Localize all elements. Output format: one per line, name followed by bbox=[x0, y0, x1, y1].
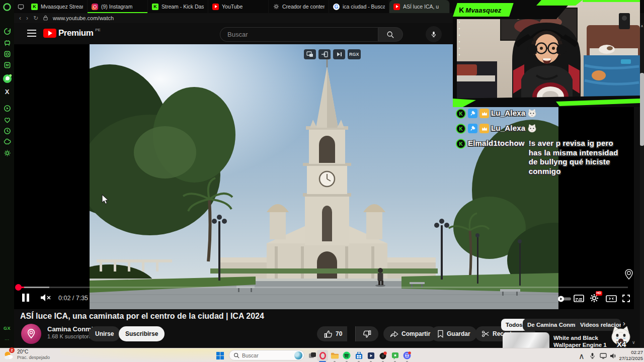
tray-volume-icon[interactable] bbox=[610, 352, 617, 361]
tray-microphone-icon[interactable] bbox=[590, 352, 595, 361]
tab-google-search[interactable]: G ica ciudad - Buscar con G bbox=[329, 0, 389, 13]
opera-gx-logo-icon[interactable] bbox=[2, 2, 12, 12]
scrollbar-up-arrow-icon[interactable]: ∧ bbox=[640, 24, 644, 28]
history-icon[interactable] bbox=[2, 126, 12, 136]
channel-watermark-pin-icon[interactable] bbox=[624, 268, 634, 283]
next-track-icon[interactable] bbox=[333, 49, 345, 59]
bing-daily-image bbox=[294, 351, 302, 359]
search-box[interactable] bbox=[220, 27, 378, 42]
save-button[interactable]: Guardar bbox=[431, 326, 477, 341]
join-button[interactable]: Unirse bbox=[89, 326, 120, 341]
vip-crown-badge-icon bbox=[479, 109, 489, 118]
tab-label: ica ciudad - Buscar con G bbox=[343, 4, 385, 10]
moderator-badge-icon bbox=[468, 109, 477, 118]
tab-youtube[interactable]: YouTube bbox=[208, 0, 269, 13]
tab-mvaasquez-stream[interactable]: K Mvaasquez Stream - Watc bbox=[27, 0, 88, 13]
subscribe-button[interactable]: Suscribirse bbox=[119, 326, 165, 341]
autoplay-toggle[interactable] bbox=[557, 296, 572, 302]
taskbar-media-app-icon[interactable] bbox=[365, 350, 376, 361]
gx-cleaner-icon[interactable] bbox=[2, 38, 12, 48]
taskbar-weather-condition[interactable]: Prac. despejado bbox=[17, 355, 50, 360]
clock-time: 02:27 bbox=[617, 349, 643, 355]
fullscreen-icon[interactable] bbox=[622, 294, 630, 303]
taskbar-clock[interactable]: 02:27 27/12/2025 bbox=[617, 349, 643, 361]
start-button[interactable] bbox=[214, 350, 225, 361]
share-button[interactable]: Compartir bbox=[383, 326, 437, 341]
picture-in-picture-icon[interactable] bbox=[304, 49, 316, 59]
tab-kick-dashboard[interactable]: K Stream - Kick Dashboard bbox=[148, 0, 208, 13]
youtube-premium-logo[interactable]: Premium PE bbox=[43, 29, 101, 38]
cinema-mode-icon[interactable] bbox=[606, 295, 617, 302]
subtitles-icon[interactable] bbox=[574, 295, 584, 302]
bookmark-icon bbox=[437, 330, 444, 338]
popout-icon[interactable] bbox=[318, 49, 331, 59]
messenger-panel-icon[interactable]: M bbox=[2, 60, 12, 70]
rgx-booster-button[interactable]: RGX bbox=[348, 49, 361, 59]
back-icon[interactable]: ‹ bbox=[19, 15, 21, 21]
sidebar-more-icon[interactable]: ⋯ bbox=[0, 337, 14, 342]
instagram-panel-icon[interactable] bbox=[2, 49, 12, 59]
tray-display-icon[interactable] bbox=[600, 352, 607, 361]
taskbar-search-box[interactable] bbox=[229, 350, 304, 360]
thumb-up-icon bbox=[324, 330, 333, 338]
voice-search-button[interactable] bbox=[426, 26, 442, 42]
tab-asi-luce-ica[interactable]: ASÍ luce ICA, u bbox=[389, 0, 450, 13]
progress-scrubber[interactable] bbox=[15, 284, 22, 291]
url-text[interactable]: www.youtube.com/watch bbox=[53, 15, 114, 21]
crying-cat-emote-alert: X4 bbox=[609, 326, 633, 348]
settings-gear-icon[interactable] bbox=[2, 148, 12, 158]
bookmarks-heart-icon[interactable] bbox=[2, 115, 12, 125]
gx-sidebar-footer: GX bbox=[0, 326, 14, 331]
tray-expand-chevron-icon[interactable]: ∧ bbox=[579, 351, 585, 361]
taskbar-spotify-icon[interactable] bbox=[341, 350, 352, 361]
task-view-icon[interactable] bbox=[307, 350, 318, 361]
chat-username: Lu_Alexa bbox=[491, 124, 525, 132]
x-twitter-panel-icon[interactable]: X bbox=[2, 86, 12, 97]
mouse-cursor bbox=[102, 194, 109, 207]
taskbar-temperature[interactable]: 20°C bbox=[17, 349, 28, 354]
whatsapp-panel-icon[interactable] bbox=[2, 73, 12, 83]
speed-dial-icon[interactable] bbox=[2, 26, 12, 36]
youtube-favicon bbox=[393, 4, 400, 10]
tab-creador-contenido[interactable]: Creador de contenido Kly bbox=[269, 0, 329, 13]
channel-avatar[interactable] bbox=[21, 324, 41, 344]
google-favicon: G bbox=[333, 4, 340, 10]
player-panel-icon[interactable] bbox=[2, 103, 12, 113]
taskbar-discord-icon[interactable] bbox=[401, 350, 413, 361]
taskbar-file-explorer-icon[interactable] bbox=[329, 350, 340, 361]
reload-icon[interactable]: ↻ bbox=[33, 15, 38, 21]
pause-button[interactable] bbox=[22, 294, 29, 302]
menu-hamburger-icon[interactable] bbox=[27, 30, 36, 37]
vip-crown-badge-icon bbox=[479, 124, 489, 133]
browser-scrollbar[interactable]: ∧ bbox=[640, 23, 644, 348]
dislike-button[interactable] bbox=[355, 326, 378, 341]
stream-webcam-overlay: K Mvaasquez bbox=[453, 0, 640, 107]
white-cat-emote-icon bbox=[527, 124, 537, 133]
progress-bar[interactable] bbox=[20, 287, 628, 288]
forward-icon[interactable]: › bbox=[26, 15, 28, 21]
tab-label: (9) Instagram bbox=[101, 4, 132, 10]
emote-multiplier-badge: X4 bbox=[617, 340, 626, 348]
taskbar-ms-store-icon[interactable] bbox=[353, 350, 364, 361]
chat-username: Lu_Alexa bbox=[491, 109, 525, 117]
browser-sidebar: M X GX ⋯ bbox=[0, 0, 14, 348]
tab-instagram[interactable]: (9) Instagram bbox=[88, 0, 148, 13]
taskbar-opera-gx-icon[interactable] bbox=[317, 350, 328, 361]
like-button[interactable]: 70 bbox=[317, 326, 347, 341]
search-button[interactable] bbox=[378, 27, 403, 42]
tab-label: YouTube bbox=[222, 4, 243, 10]
gx-corner-icon[interactable] bbox=[2, 137, 12, 147]
region-label: PE bbox=[95, 28, 101, 32]
taskbar-chat-app-icon[interactable] bbox=[389, 350, 400, 361]
workspace-icon[interactable] bbox=[14, 0, 27, 13]
settings-gear-icon[interactable]: HD bbox=[590, 294, 599, 303]
screen: M X GX ⋯ K Mvaasquez Stre bbox=[0, 0, 644, 362]
chat-message: K Lu_Alexa bbox=[456, 109, 537, 119]
thumb-down-icon bbox=[363, 330, 371, 338]
taskbar-recorder-app-icon[interactable] bbox=[377, 350, 388, 361]
scrollbar-thumb[interactable] bbox=[640, 73, 644, 146]
taskbar-search-input[interactable] bbox=[242, 352, 288, 358]
volume-muted-icon[interactable] bbox=[40, 294, 51, 302]
search-input[interactable] bbox=[227, 31, 363, 38]
windows-taskbar: 2 20°C Prac. despejado bbox=[0, 348, 644, 362]
